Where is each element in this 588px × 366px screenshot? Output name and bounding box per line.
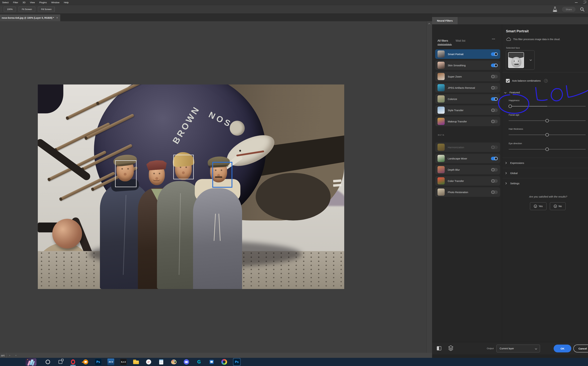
tech-preview-flask-icon[interactable] [552, 7, 557, 12]
toggle-harmonization[interactable] [491, 145, 498, 149]
slider-thumb[interactable] [545, 148, 549, 151]
slider-thumb[interactable] [545, 119, 549, 122]
blender-icon[interactable] [82, 358, 89, 366]
slider-thumb[interactable] [509, 105, 512, 108]
toggle-makeup-transfer[interactable] [491, 120, 498, 123]
menu-help[interactable]: Help [62, 1, 71, 4]
slider-track[interactable] [509, 106, 586, 107]
auto-balance-label: Auto balance combinations [512, 79, 541, 82]
view-button-100-[interactable]: 100% [4, 7, 16, 12]
filter-landscape-mixer[interactable]: Landscape Mixer [435, 154, 500, 163]
group-expressions[interactable]: Expressions [502, 158, 588, 168]
chevron-down-icon [504, 91, 507, 93]
slider-thumb[interactable] [545, 133, 549, 137]
mail-icon[interactable] [208, 358, 215, 366]
slider-label: Eye direction [509, 142, 522, 145]
app-glyph: IL★2 [121, 361, 126, 363]
toggle-colorize[interactable] [491, 97, 498, 101]
group-global[interactable]: Global [502, 168, 588, 178]
output-dropdown[interactable]: Current layer [496, 345, 540, 352]
toggle-super-zoom[interactable] [491, 75, 498, 78]
filter-skin-smoothing[interactable]: Skin Smoothing [435, 61, 500, 70]
ok-button[interactable]: OK [554, 345, 571, 352]
status-expand-icon[interactable]: › [7, 354, 13, 357]
logitech-ghub-icon[interactable]: G [195, 358, 203, 366]
filter-makeup-transfer[interactable]: Makeup Transfer [435, 117, 500, 126]
toggle-depth-blur[interactable] [491, 168, 498, 172]
group-settings[interactable]: Settings [502, 178, 588, 188]
neural-filters-tab[interactable]: Neural Filters [432, 17, 458, 24]
face-box-selected[interactable] [212, 162, 232, 188]
toggle-color-transfer[interactable] [491, 179, 498, 183]
task-view-icon[interactable] [56, 358, 64, 366]
snipping-tool-icon[interactable]: ✂ [145, 358, 152, 366]
photoshop-active-icon[interactable]: Ps [233, 358, 241, 366]
menu-filter[interactable]: Filter [11, 1, 20, 4]
file-explorer-icon[interactable] [132, 358, 140, 366]
share-button[interactable]: Share [562, 7, 576, 12]
filter-thumbnail [437, 166, 445, 173]
creative-cloud-icon[interactable] [220, 358, 228, 366]
view-button-fit-screen[interactable]: Fit Screen [19, 7, 35, 12]
document-tab[interactable]: nose-korea-4x6.jpg @ 100% (Layer 0, RGB/… [0, 15, 60, 21]
filter-jpeg-artifacts-removal[interactable]: JPEG Artifacts Removal [435, 83, 500, 92]
filter-color-transfer[interactable]: Color Transfer [435, 176, 500, 186]
menu-select[interactable]: Select [0, 1, 11, 4]
menu-plugins[interactable]: Plugins [37, 1, 49, 4]
dcs-world-icon[interactable]: DCS [107, 358, 115, 366]
close-icon[interactable]: × [56, 16, 58, 19]
chevron-right-icon [505, 182, 507, 184]
canvas-area[interactable]: BROWN NOSE [0, 21, 427, 353]
show-original-layers-icon[interactable] [448, 345, 453, 351]
filter-super-zoom[interactable]: Super Zoom [435, 72, 500, 81]
search-icon[interactable] [580, 7, 585, 12]
filter-harmonization[interactable]: Harmonization [435, 143, 500, 152]
paint-icon[interactable] [170, 358, 178, 366]
photoshop-window: SelectFilter3DViewPluginsWindowHelp 100%… [0, 0, 588, 366]
cancel-button[interactable]: Cancel [573, 345, 588, 352]
filter-smart-portrait[interactable]: Smart Portrait [435, 49, 500, 59]
scroll-up-icon[interactable] [428, 23, 430, 25]
group-featured[interactable]: Featured [502, 90, 588, 94]
restore-button[interactable] [580, 0, 588, 5]
filter-detail-title: Smart Portrait [506, 29, 529, 33]
auto-balance-checkbox[interactable] [506, 79, 510, 83]
canvas-photo[interactable]: BROWN NOSE [38, 84, 344, 289]
feedback-yes-button[interactable]: Yes [530, 202, 547, 210]
search-app-icon[interactable] [44, 358, 52, 366]
notepad-icon[interactable] [157, 358, 165, 366]
taskbar-icons: PsDCSIL★2✂GPs [25, 358, 241, 366]
widgets-icon[interactable] [25, 358, 36, 366]
toggle-landscape-mixer[interactable] [491, 157, 498, 160]
opera-icon[interactable] [69, 358, 77, 366]
face-box-detected-1[interactable] [115, 160, 136, 187]
menu-view[interactable]: View [28, 1, 37, 4]
toggle-knob [494, 53, 498, 56]
toggle-photo-restoration[interactable] [491, 191, 498, 194]
filter-depth-blur[interactable]: Depth Blur [435, 165, 500, 175]
toggle-jpeg-artifacts-removal[interactable] [491, 86, 498, 90]
more-options-icon[interactable]: ••• [492, 38, 495, 40]
filter-photo-restoration[interactable]: Photo Restoration [435, 187, 500, 197]
canvas-vertical-scrollbar[interactable] [427, 21, 432, 353]
filter-style-transfer[interactable]: Style Transfer [435, 105, 500, 115]
il2-sturmovik-icon[interactable]: IL★2 [119, 358, 127, 366]
preview-split-icon[interactable] [437, 346, 441, 350]
toggle-skin-smoothing[interactable] [491, 64, 498, 67]
face-box-detected-2[interactable] [173, 155, 194, 179]
toggle-smart-portrait[interactable] [491, 52, 498, 56]
view-button-fill-screen[interactable]: Fill Screen [38, 7, 55, 12]
photoshop-icon[interactable]: Ps [94, 358, 102, 366]
discord-icon[interactable] [183, 358, 190, 366]
filter-colorize[interactable]: Colorize [435, 94, 500, 104]
windows-taskbar: PsDCSIL★2✂GPs 72°F Partly sunny [0, 358, 588, 366]
feedback-no-button[interactable]: No [550, 202, 565, 210]
selected-face-dropdown[interactable] [506, 50, 534, 70]
airman-4-parka [193, 188, 242, 289]
info-icon[interactable] [544, 79, 548, 83]
minimize-button[interactable] [572, 0, 580, 5]
menu-3d[interactable]: 3D [20, 1, 28, 4]
toggle-style-transfer[interactable] [491, 108, 498, 112]
menu-window[interactable]: Window [49, 1, 62, 4]
status-collapse-icon[interactable]: ‹ [13, 354, 19, 357]
